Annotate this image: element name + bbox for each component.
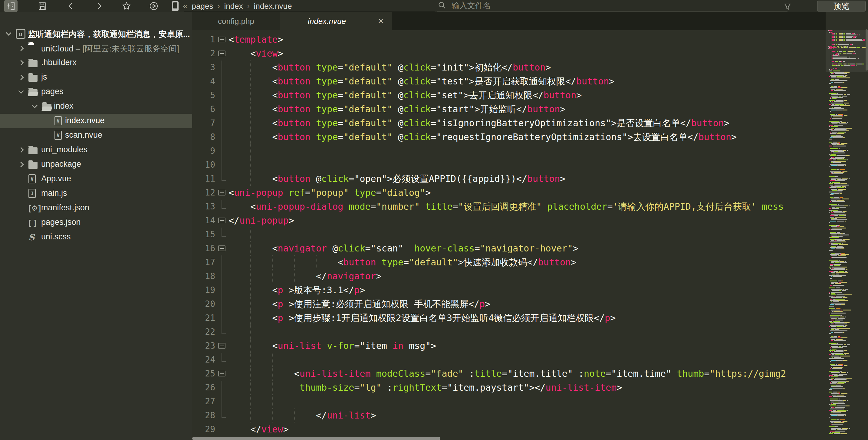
- tab-config.php[interactable]: config.php: [192, 12, 280, 30]
- back-icon[interactable]: [64, 0, 78, 12]
- sidebar-item-manifest.json[interactable]: [⚙]manifest.json: [0, 201, 192, 216]
- chevron-down-icon[interactable]: [6, 30, 11, 35]
- code-line-6[interactable]: 6 <button type="default" @click="start">…: [192, 102, 826, 116]
- code-line-2[interactable]: 2 <view>: [192, 46, 826, 61]
- breadcrumb-item-file[interactable]: index.nvue: [254, 1, 292, 11]
- code-line-7[interactable]: 7 <button type="default" @click="isIgnor…: [192, 116, 826, 130]
- code-line-5[interactable]: 5 <button type="default" @click="set">去开…: [192, 88, 826, 102]
- chevron-right-icon[interactable]: [18, 45, 24, 51]
- code-line-13[interactable]: 13 <uni-popup-dialog mode="number" title…: [192, 200, 826, 214]
- line-number: 24: [192, 353, 215, 367]
- minimap-line: [828, 417, 866, 418]
- token-attribute: hover-class: [414, 243, 474, 254]
- code-line-23[interactable]: 23 <uni-list v-for="item in msg">: [192, 339, 826, 353]
- code-line-28[interactable]: 28 </uni-list>: [192, 409, 826, 422]
- sidebar-item-unicloud[interactable]: ☁uniCloud – [阿里云:未关联云服务空间]: [0, 41, 192, 56]
- fold-collapse-icon[interactable]: [218, 51, 225, 56]
- sidebar-item-index[interactable]: index: [0, 99, 192, 114]
- code-line-29[interactable]: 29 </view>: [192, 422, 826, 436]
- new-file-icon[interactable]: [4, 0, 18, 12]
- sidebar-item-main.js[interactable]: Jmain.js: [0, 186, 192, 201]
- code-line-16[interactable]: 16 <navigator @click="scan" hover-class=…: [192, 242, 826, 255]
- tab-index.nvue[interactable]: index.nvue×: [280, 12, 392, 30]
- sidebar-item-scan.nvue[interactable]: Vscan.nvue: [0, 128, 192, 143]
- folder-open-icon: [42, 102, 52, 111]
- code-line-14[interactable]: 14</uni-popup>: [192, 214, 826, 227]
- code-line-26[interactable]: 26 thumb-size="lg" :rightText="item.pays…: [192, 381, 826, 395]
- save-icon[interactable]: [36, 0, 49, 12]
- sidebar-item-pages[interactable]: pages: [0, 85, 192, 99]
- sidebar-item-js[interactable]: js: [0, 70, 192, 85]
- token-text: [420, 201, 425, 212]
- code-line-11[interactable]: 11 <button @click="open">必须设置APPID({{app…: [192, 172, 826, 186]
- line-number: 16: [192, 242, 215, 255]
- code-line-20[interactable]: 20 <p >使用注意:必须开启通知权限 手机不能黑屏</p>: [192, 297, 826, 311]
- chevron-down-icon[interactable]: [18, 88, 24, 94]
- minimap-line: [828, 294, 866, 295]
- minimap-line: [828, 397, 866, 398]
- code-line-3[interactable]: 3 <button type="default" @click="init">初…: [192, 61, 826, 74]
- code-line-1[interactable]: 1<template>: [192, 33, 826, 46]
- code-line-10[interactable]: 10: [192, 158, 826, 172]
- fold-collapse-icon[interactable]: [218, 37, 225, 42]
- sidebar-item-unpackage[interactable]: unpackage: [0, 157, 192, 172]
- sidebar-item-app.vue[interactable]: VApp.vue: [0, 172, 192, 186]
- breadcrumb-collapse-icon[interactable]: «: [183, 1, 188, 11]
- code-line-8[interactable]: 8 <button type="default" @click="request…: [192, 130, 826, 144]
- chevron-down-icon[interactable]: [32, 102, 37, 108]
- vertical-scrollbar-thumb[interactable]: [866, 29, 868, 70]
- code-line-24[interactable]: 24: [192, 353, 826, 367]
- run-icon[interactable]: [147, 0, 160, 12]
- minimap-line: [828, 43, 866, 43]
- minimap-line: [828, 190, 866, 191]
- chevron-right-icon[interactable]: [18, 147, 24, 153]
- token-text: =: [338, 132, 343, 142]
- sidebar-item-pages.json[interactable]: [ ]pages.json: [0, 216, 192, 230]
- token-attribute: type: [316, 62, 338, 73]
- breadcrumb-item-pages[interactable]: pages: [192, 1, 213, 11]
- code-line-15[interactable]: 15: [192, 227, 826, 242]
- code-line-18[interactable]: 18 </navigator>: [192, 269, 826, 283]
- breadcrumb-item-index[interactable]: index: [224, 1, 243, 11]
- fold-collapse-icon[interactable]: [218, 371, 225, 376]
- minimap[interactable]: [826, 12, 868, 440]
- code-line-21[interactable]: 21 <p >使用步骤:1开启通知权限2设置白名单3开始监听4微信必须开启通知栏…: [192, 311, 826, 325]
- favorite-star-icon[interactable]: [120, 0, 133, 12]
- code-line-22[interactable]: 22: [192, 325, 826, 339]
- sidebar-item-index.nvue[interactable]: Vindex.nvue: [0, 114, 192, 128]
- token-text: =: [305, 187, 311, 198]
- horizontal-scrollbar-thumb[interactable]: [192, 437, 440, 440]
- fold-collapse-icon[interactable]: [218, 245, 225, 251]
- folder-icon: [28, 73, 37, 82]
- fold-collapse-icon[interactable]: [218, 343, 225, 349]
- line-number: 1: [192, 33, 215, 46]
- search-input[interactable]: 输入文件名: [437, 0, 787, 11]
- filter-funnel-icon[interactable]: [781, 1, 794, 13]
- close-icon[interactable]: ×: [378, 16, 383, 26]
- chevron-right-icon[interactable]: [18, 60, 24, 65]
- code-line-25[interactable]: 25 <uni-list-item modeClass="fade" :titl…: [192, 367, 826, 381]
- sidebar-item-uni.scss[interactable]: Suni.scss: [0, 230, 192, 245]
- code-line-4[interactable]: 4 <button type="default" @click="test">是…: [192, 74, 826, 88]
- chevron-right-icon[interactable]: [18, 162, 24, 167]
- fold-collapse-icon[interactable]: [218, 218, 225, 223]
- chevron-right-icon[interactable]: [18, 74, 24, 80]
- forward-icon[interactable]: [93, 0, 106, 12]
- code-line-27[interactable]: 27: [192, 395, 826, 409]
- token-text: =: [474, 243, 480, 254]
- sidebar-item-.hbuilderx[interactable]: .hbuilderx: [0, 56, 192, 70]
- minimap-line: [828, 153, 866, 153]
- minimap-line: [828, 159, 866, 160]
- minimap-line: [828, 221, 866, 221]
- preview-button[interactable]: 预览: [817, 1, 866, 11]
- code-line-19[interactable]: 19 <p >版本号:3.1</p>: [192, 283, 826, 297]
- code-text: <button type="default" @click="start">开始…: [228, 102, 565, 116]
- code-line-12[interactable]: 12<uni-popup ref="popup" type="dialog">: [192, 186, 826, 200]
- sidebar-item-uni_modules[interactable]: uni_modules: [0, 143, 192, 157]
- code-editor[interactable]: 1<template>2 <view>3 <button type="defau…: [192, 30, 826, 440]
- minimap-line: [828, 322, 866, 323]
- code-line-17[interactable]: 17 <button type="default">快速添加收款码</butto…: [192, 255, 826, 269]
- token-text: [756, 201, 762, 212]
- fold-collapse-icon[interactable]: [218, 190, 225, 195]
- code-line-9[interactable]: 9: [192, 144, 826, 158]
